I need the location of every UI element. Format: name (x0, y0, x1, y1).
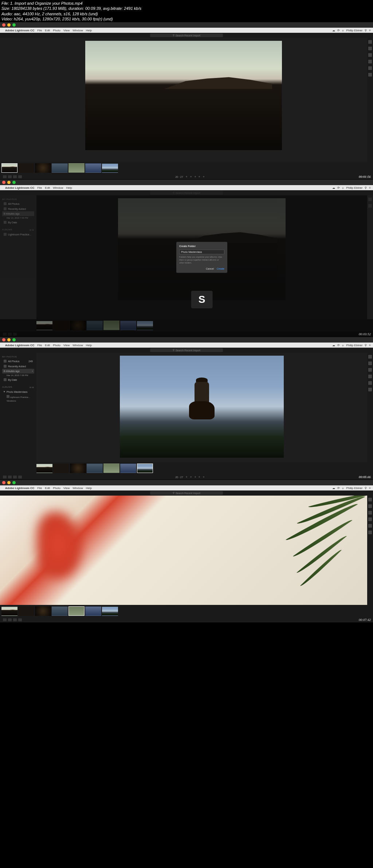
compare-view-button[interactable] (8, 175, 12, 178)
sidebar-time-filter[interactable]: 8 minutes ago (2, 211, 34, 216)
thumb-6[interactable] (85, 163, 101, 173)
menu-window[interactable]: Window (72, 486, 83, 490)
sync-icon[interactable]: ⟳ (337, 486, 340, 490)
grid-view-button[interactable] (3, 175, 7, 178)
thumb-3[interactable] (35, 606, 51, 616)
brush-tool-icon[interactable] (368, 517, 372, 521)
cloud-icon[interactable]: ☁ (332, 486, 335, 490)
crop-tool-icon[interactable] (368, 504, 372, 508)
grid-view-button[interactable] (3, 618, 7, 621)
sidebar-date-entry[interactable]: Mar 14, 2015 7:09 PM (2, 374, 34, 377)
thumb-7[interactable] (137, 464, 153, 473)
wifi-icon[interactable]: ⏚ (342, 29, 344, 32)
detail-view-button[interactable] (13, 618, 17, 621)
search-icon[interactable]: ⚲ (365, 29, 367, 32)
close-window-button[interactable] (2, 181, 5, 184)
menu-icon[interactable]: ≡ (369, 344, 371, 347)
brush-tool-icon[interactable] (368, 375, 372, 378)
thumb-5[interactable] (103, 321, 119, 330)
cloud-icon[interactable]: ☁ (332, 29, 335, 32)
thumb-4[interactable] (87, 321, 103, 330)
radial-tool-icon[interactable] (368, 388, 372, 391)
thumb-2[interactable] (53, 321, 69, 330)
menu-file[interactable]: File (37, 186, 42, 189)
menu-edit[interactable]: Edit (45, 344, 50, 347)
heal-tool-icon[interactable] (368, 53, 372, 57)
add-album-icon[interactable]: ⊞ ⊕ (30, 386, 34, 388)
crop-tool-icon[interactable] (368, 361, 372, 365)
sidebar-album-lightroom[interactable]: Lightroom Practice... (2, 394, 34, 399)
thumb-6[interactable] (120, 321, 136, 330)
sync-icon[interactable]: ⟳ (337, 186, 340, 189)
detail-view-button[interactable] (13, 476, 17, 478)
user-name[interactable]: Philip Ebiner (346, 186, 362, 189)
heal-tool-icon[interactable] (368, 368, 372, 372)
menu-view[interactable]: View (63, 29, 70, 32)
thumb-1[interactable] (1, 163, 17, 173)
cloud-icon[interactable]: ☁ (332, 344, 335, 347)
sidebar-time-filter[interactable]: 8 minutes ago › (2, 369, 34, 374)
thumb-4[interactable] (52, 163, 68, 173)
thumb-3[interactable] (35, 163, 51, 173)
menu-edit[interactable]: Edit (45, 29, 50, 32)
menu-photo[interactable]: Photo (53, 29, 60, 32)
photo-canvas[interactable] (36, 353, 367, 462)
thumb-7[interactable] (137, 321, 153, 330)
user-name[interactable]: Philip Ebiner (346, 486, 362, 490)
radial-tool-icon[interactable] (368, 531, 372, 534)
main-photo-cowboy[interactable] (120, 356, 284, 458)
sidebar-all-photos[interactable]: All Photos (2, 201, 34, 206)
sidebar-by-date[interactable]: By Date (2, 220, 34, 225)
edit-tool-icon[interactable] (368, 498, 372, 501)
menu-icon[interactable]: ≡ (369, 29, 371, 32)
thumb-1[interactable] (1, 606, 17, 616)
search-icon[interactable]: ⚲ (365, 344, 367, 347)
radial-tool-icon[interactable] (368, 73, 372, 77)
wifi-icon[interactable]: ⏚ (342, 186, 344, 189)
thumb-4[interactable] (87, 464, 103, 473)
compare-view-button[interactable] (8, 618, 12, 621)
menu-edit[interactable]: Edit (45, 486, 50, 490)
thumb-1[interactable] (36, 464, 52, 473)
menu-view[interactable]: View (63, 486, 70, 490)
sidebar-date-entry[interactable]: Mar 14, 2015 7:09 PM (2, 216, 34, 220)
menu-file[interactable]: File (37, 486, 42, 490)
close-window-button[interactable] (2, 23, 5, 27)
thumb-1[interactable] (36, 321, 52, 330)
sidebar-recently-added[interactable]: Recently Added (2, 206, 34, 211)
maximize-window-button[interactable] (12, 481, 16, 484)
minimize-window-button[interactable] (7, 23, 11, 27)
maximize-window-button[interactable] (12, 23, 16, 27)
menu-file[interactable]: File (37, 344, 42, 347)
edit-tool-icon[interactable] (368, 355, 372, 359)
sidebar-album-masterclass[interactable]: ▾ Photo Masterclass (2, 389, 34, 394)
menu-photo[interactable]: Photo (53, 344, 60, 347)
thumb-3[interactable] (70, 321, 86, 330)
app-name[interactable]: Adobe Lightroom CC (5, 29, 34, 32)
gradient-tool-icon[interactable] (368, 66, 372, 70)
maximize-window-button[interactable] (12, 338, 16, 341)
close-window-button[interactable] (2, 338, 5, 341)
heal-tool-icon[interactable] (368, 511, 372, 515)
menu-icon[interactable]: ≡ (369, 486, 371, 490)
user-name[interactable]: Philip Ebiner (346, 29, 362, 32)
thumb-5[interactable] (68, 163, 85, 173)
photo-canvas[interactable] (0, 38, 367, 162)
search-icon[interactable]: ⚲ (365, 486, 367, 490)
menu-help[interactable]: Help (86, 486, 92, 490)
menu-photo[interactable]: Photo (53, 486, 60, 490)
slider-button[interactable] (18, 618, 22, 621)
menu-window[interactable]: Window (72, 29, 83, 32)
sidebar-album-vacations[interactable]: Vacations (2, 399, 34, 403)
menu-window[interactable]: Window (53, 186, 63, 189)
edit-tool-icon[interactable] (368, 40, 372, 44)
menu-help[interactable]: Help (66, 186, 72, 189)
detail-view-button[interactable] (13, 175, 17, 178)
search-input[interactable]: ⚲ Search Recent Import (150, 491, 223, 495)
sidebar-album-lightroom[interactable]: Lightroom Practice... (2, 232, 34, 237)
thumb-7[interactable] (102, 163, 118, 173)
cancel-button[interactable]: Cancel (206, 267, 214, 270)
app-name[interactable]: Adobe Lightroom CC (5, 186, 34, 189)
minimize-window-button[interactable] (7, 481, 11, 484)
crop-tool-icon[interactable] (368, 47, 372, 50)
